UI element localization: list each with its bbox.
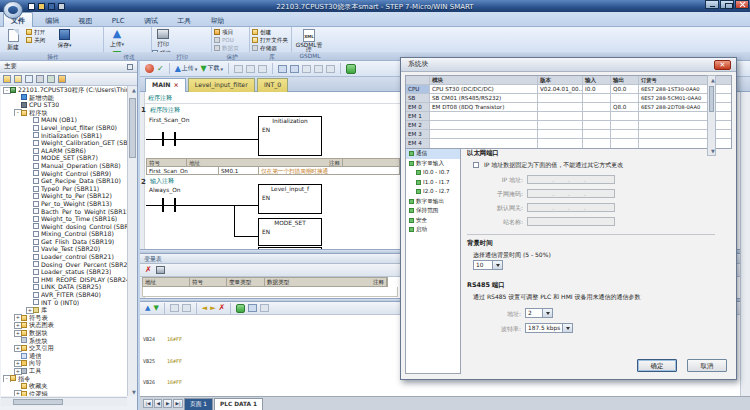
module-table-row[interactable]: EM 2 <box>406 121 731 130</box>
dialog-scroll-thumb[interactable] <box>709 86 714 112</box>
tree-tool-view-icon[interactable] <box>58 75 66 83</box>
module-table-scrollbar[interactable]: ▲ ▼ <box>707 75 716 156</box>
tree-item[interactable]: 交叉引用 <box>1 344 127 352</box>
dialog-tree-item[interactable]: 通信 <box>406 149 460 159</box>
close-button[interactable] <box>735 0 749 9</box>
tree-item[interactable]: MODE_SET (SBR7) <box>1 154 127 162</box>
tree-item[interactable]: 向导 <box>1 359 127 367</box>
variable-header-cell[interactable]: 注释 <box>371 278 387 286</box>
expander-icon[interactable] <box>14 321 21 329</box>
dialog-close-icon[interactable]: ✕ <box>714 60 731 70</box>
minimize-button[interactable] <box>705 0 719 9</box>
tree-item[interactable]: Get_Flish_Data (SBR19) <box>1 238 127 246</box>
quick-save-icon[interactable] <box>48 3 55 10</box>
db-nav-icon[interactable]: ▶| <box>173 399 183 408</box>
variable-header-cell[interactable]: 变量类型 <box>227 278 265 286</box>
scroll-down-icon[interactable]: ▼ <box>709 147 717 155</box>
contact-bar[interactable] <box>174 198 176 212</box>
db-insert-icon[interactable] <box>170 304 179 312</box>
tab-close-icon[interactable]: × <box>173 81 178 88</box>
ip-address-field[interactable]: ... <box>527 175 615 184</box>
tree-item[interactable]: 位逻辑 <box>1 390 127 396</box>
db-options-icon[interactable] <box>260 304 269 312</box>
tree-item[interactable]: Manual_Operation (SBR8) <box>1 162 127 170</box>
program-comment[interactable]: 程序注释 <box>148 94 172 103</box>
contact-bar[interactable] <box>162 132 164 146</box>
new-button[interactable]: 新建 <box>2 28 24 52</box>
background-time-select[interactable]: 10 <box>473 260 503 270</box>
tree-tool-new-icon[interactable] <box>14 75 22 83</box>
cancel-button[interactable]: 取消 <box>687 359 727 372</box>
editor-tab-main[interactable]: MAIN× <box>145 78 186 92</box>
insert-column-icon[interactable] <box>258 65 267 73</box>
dialog-title-bar[interactable]: 系统块 ✕ <box>401 58 736 72</box>
data-page-protect-button[interactable]: 数据页 <box>214 44 248 52</box>
tree-tool-paste-icon[interactable] <box>47 75 55 83</box>
run-status-icon[interactable] <box>346 64 356 74</box>
tree-item[interactable]: Type0_Per (SBR11) <box>1 185 127 193</box>
tree-item[interactable]: Loader_status (SBR23) <box>1 268 127 276</box>
tree-item[interactable]: Vavle_Test (SBR20) <box>1 245 127 253</box>
quick-print-icon[interactable] <box>58 3 65 10</box>
upload-toolbar-button[interactable]: ▲上传▾ <box>175 64 198 74</box>
app-menu-orb[interactable] <box>3 1 23 19</box>
print-button[interactable]: 打印 <box>152 28 174 49</box>
variable-header-cell[interactable]: 数据类型 <box>265 278 371 286</box>
tree-tool-open-icon[interactable] <box>3 75 11 83</box>
quick-open-icon[interactable] <box>38 3 45 10</box>
tree-item[interactable]: 程序块 <box>1 109 127 117</box>
save-button[interactable]: 保存▾ <box>54 28 74 50</box>
expander-icon[interactable] <box>14 367 21 375</box>
rs485-address-select[interactable]: 2 <box>525 308 553 318</box>
expander-icon[interactable] <box>14 344 21 352</box>
tree-tool-up-icon[interactable] <box>25 75 33 83</box>
tree-item[interactable]: Initialization (SBR1) <box>1 132 127 140</box>
dialog-tree-item[interactable]: 启动 <box>406 225 460 235</box>
project-tree-root[interactable]: 22101.7CPUST30程序 (C:\Users\ThinkPa <box>1 86 127 94</box>
tree-item[interactable]: AVR_FITER (SBR40) <box>1 291 127 299</box>
close-file-button[interactable]: 关闭 <box>26 36 52 44</box>
stop-icon[interactable] <box>145 64 154 73</box>
expander-icon[interactable] <box>14 109 21 117</box>
tree-item[interactable]: CPU ST30 <box>1 101 127 109</box>
tree-item[interactable]: 系统块 <box>1 337 127 345</box>
tree-item[interactable]: Weight_Calibration_GET (SBR2) <box>1 139 127 147</box>
db-tab-page1[interactable]: 页面 1 <box>184 398 213 410</box>
db-tab-plc-data1[interactable]: PLC DATA 1 <box>214 398 263 410</box>
tree-item[interactable]: 收藏夹 <box>1 382 127 390</box>
compile-check-icon[interactable]: ✓ <box>157 64 164 73</box>
network1-function-block[interactable]: Initialization EN <box>258 116 322 156</box>
pou-protect-button[interactable]: POU <box>214 36 248 44</box>
project-tree-hscrollbar[interactable] <box>1 397 127 406</box>
module-table-row[interactable]: EM 3 <box>406 130 731 139</box>
scroll-up-icon[interactable]: ▲ <box>709 76 717 84</box>
dialog-tree-item[interactable]: 数字量输出 <box>406 197 460 207</box>
db-download-icon[interactable]: ▼ <box>153 303 158 313</box>
symbol-view-icon[interactable] <box>314 65 323 73</box>
module-table-row[interactable]: EM 0 EM DT08 (8DQ Transistor) Q8.0 6ES7 … <box>406 103 731 112</box>
vscroll-thumb[interactable] <box>129 98 136 158</box>
comment-view-icon[interactable] <box>326 65 335 73</box>
tree-item[interactable]: 指令 <box>1 375 127 383</box>
open-folder-button[interactable]: 打开文件夹 <box>252 36 290 44</box>
pin-icon[interactable] <box>127 64 133 70</box>
tree-item[interactable]: Dosing_Over_Percent (SBR22) <box>1 261 127 269</box>
dialog-tree-item[interactable]: 保持范围 <box>406 206 460 216</box>
open-button[interactable]: 打开 <box>26 28 52 36</box>
db-delete-icon[interactable] <box>182 304 191 312</box>
scroll-up-icon[interactable]: ▲ <box>130 86 138 94</box>
delete-row-icon[interactable] <box>246 65 255 73</box>
variable-empty-row[interactable] <box>142 287 398 297</box>
variable-header-cell[interactable]: 地址 <box>143 278 190 286</box>
tab-help[interactable]: 帮助 <box>203 13 231 28</box>
gsdml-manage-button[interactable]: XML GSDML管理 <box>294 28 324 53</box>
bookmark-icon[interactable] <box>278 65 287 73</box>
tree-item[interactable]: Weight_to_Per (SBR12) <box>1 192 127 200</box>
rs485-baud-select[interactable]: 187.5 kbps <box>525 323 573 333</box>
address-view-icon[interactable] <box>302 65 311 73</box>
db-nav-icon[interactable]: |◀ <box>143 399 153 408</box>
data-block-row[interactable]: VB26 16#FF <box>143 380 182 385</box>
tree-item[interactable]: Bacth_Per_to_Weight (SBR15) <box>1 208 127 216</box>
symbol-table-row[interactable]: First_Scan_On SM0.1 仅在第一个扫描周期时接通 <box>147 167 399 175</box>
download-toolbar-button[interactable]: ▼下载▾ <box>200 64 223 74</box>
